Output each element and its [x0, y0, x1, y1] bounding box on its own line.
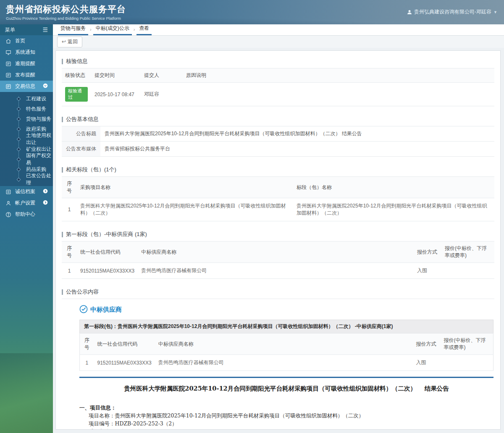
supplier-table: 序号 统一社会信用代码 中标供应商名称 报价方式 报价(中标价、下浮率或费率) … — [62, 241, 494, 279]
submenu-item-special-service[interactable]: 特色服务 — [0, 104, 53, 114]
supplier-row: 1 91520115MAE0X33XX3 贵州邑鸣浩医疗器械有限公司 入围 — [62, 263, 494, 279]
section-title-verify: 核验信息 — [62, 54, 494, 68]
doc-line: 项目名称：贵州医科大学附属医院2025年10-12月合同到期阳光平台耗材采购项目… — [79, 412, 494, 420]
app-header: 贵州省招标投标公共服务平台 GuiZhou Province Tendering… — [0, 0, 504, 24]
document-title: 贵州医科大学附属医院2025年10-12月合同到期阳光平台耗材采购项目（可吸收性… — [79, 385, 494, 393]
submenu-item-land-use[interactable]: 土地使用权出让 — [0, 134, 53, 144]
package-bar: 第一标段(包)：贵州医科大学附属医院2025年10-12月合同到期阳光平台耗材采… — [79, 320, 494, 333]
sidebar-item-label: 首页 — [15, 37, 25, 45]
submenu-item-state-property[interactable]: 国有产权交易 — [0, 154, 53, 164]
status-badge: 核验通过 — [65, 87, 88, 102]
sidebar-item-label: 帮助中心 — [15, 211, 35, 218]
chevron-down-circle-icon — [43, 83, 48, 89]
document-icon — [5, 72, 11, 78]
basic-row: 公告发布媒体 贵州省招标投标公共服务平台 — [62, 142, 494, 157]
back-icon: ↩ — [62, 39, 66, 45]
sidebar-item-system-notice[interactable]: 系统通知 — [0, 47, 53, 58]
sidebar-item-label: 交易信息 — [15, 83, 35, 90]
sidebar: 菜单 ☰ 首页 系统通知 逾期提醒 发布提醒 交易信息 工程建设 特色服务 货物… — [0, 24, 53, 433]
divider — [79, 377, 494, 378]
sidebar-item-label: 诚信档案 — [15, 188, 35, 195]
submitter: 邓廷容 — [141, 83, 183, 106]
submenu-item-goods-services[interactable]: 货物与服务 — [0, 114, 53, 124]
sidebar-item-label: 系统通知 — [15, 49, 35, 56]
sidebar-item-credit-archive[interactable]: 诚信档案 — [0, 186, 53, 197]
monitor-icon — [5, 49, 11, 55]
user-name: 贵州弘典建设咨询有限公司-邓廷容 — [414, 8, 491, 16]
question-circle-icon — [5, 211, 11, 218]
notice-content: 中标供应商 第一标段(包)：贵州医科大学附属医院2025年10-12月合同到期阳… — [62, 299, 494, 430]
notice-supplier-row: 1 91520115MAE0X33XX3 贵州邑鸣浩医疗器械有限公司 入围 — [80, 355, 494, 371]
back-button[interactable]: ↩ 返回 — [57, 37, 82, 47]
breadcrumb-view[interactable]: 查看 — [136, 23, 152, 35]
sidebar-item-label: 逾期提醒 — [15, 60, 35, 67]
doc-line: 项目编号：HDZB-2025-252-3（2） — [79, 420, 494, 428]
hamburger-icon[interactable]: ☰ — [42, 26, 48, 33]
app-subtitle: GuiZhou Province Tendering and Bidding P… — [6, 16, 126, 21]
person-icon — [5, 200, 11, 206]
submenu-item-engineering[interactable]: 工程建设 — [0, 94, 53, 104]
sidebar-item-label: 帐户设置 — [15, 199, 35, 207]
sidebar-item-help-center[interactable]: 帮助中心 — [0, 209, 53, 220]
list-icon — [5, 189, 11, 195]
reason — [183, 83, 494, 106]
packages-table: 序号 采购项目名称 标段（包）名称 1 贵州医科大学附属医院2025年10-12… — [62, 177, 494, 221]
basic-info-table: 公告标题 贵州医科大学附属医院2025年10-12月合同到期阳光平台耗材采购项目… — [62, 126, 494, 157]
sidebar-item-label: 发布提醒 — [15, 71, 35, 79]
section-title-packages: 相关标段（包）(1个) — [62, 163, 494, 177]
section-title-supplier: 第一标段（包）-中标供应商 (1家) — [62, 227, 494, 241]
notice-supplier-table: 序号 统一社会信用代码 中标供应商名称 报价方式 报价(中标价、下浮率或费率) … — [79, 333, 494, 371]
target-check-icon — [79, 305, 88, 315]
home-icon — [5, 38, 11, 44]
sidebar-menu-bar: 菜单 ☰ — [0, 24, 53, 35]
winner-heading: 中标供应商 — [79, 305, 494, 315]
sidebar-item-overdue-reminder[interactable]: 逾期提醒 — [0, 58, 53, 69]
chevron-down-icon: ▼ — [494, 10, 497, 14]
submit-time: 2025-10-17 08:47 — [91, 83, 141, 106]
sidebar-item-home[interactable]: 首页 — [0, 35, 53, 47]
toolbar: ↩ 返回 — [53, 36, 504, 48]
doc-line: 一、项目信息： — [79, 404, 494, 412]
brand: 贵州省招标投标公共服务平台 GuiZhou Province Tendering… — [6, 3, 126, 21]
breadcrumb: 货物与服务 › 中标(成交)公示 › 查看 — [53, 24, 504, 36]
announcement-document: 贵州医科大学附属医院2025年10-12月合同到期阳光平台耗材采购项目（可吸收性… — [79, 385, 494, 430]
section-title-notice: 公告公示内容 — [62, 285, 494, 299]
trade-info-submenu: 工程建设 特色服务 货物与服务 政府采购 土地使用权出让 矿业权出让 国有产权交… — [0, 92, 53, 186]
sidebar-item-account-settings[interactable]: 帐户设置 — [0, 197, 53, 209]
app-title: 贵州省招标投标公共服务平台 — [6, 3, 126, 15]
user-icon — [407, 10, 412, 15]
content-panel: 核验信息 核验状态 提交时间 提交人 原因说明 核验通过 2025-10-17 … — [55, 50, 501, 430]
breadcrumb-award-notice[interactable]: 中标(成交)公示 — [93, 23, 132, 35]
verify-row: 核验通过 2025-10-17 08:47 邓廷容 — [62, 83, 494, 106]
sidebar-item-publish-reminder[interactable]: 发布提醒 — [0, 69, 53, 81]
user-menu[interactable]: 贵州弘典建设咨询有限公司-邓廷容 ▼ — [407, 8, 497, 16]
chevron-right-circle-icon — [43, 189, 48, 195]
menu-label: 菜单 — [5, 26, 15, 34]
breadcrumb-goods-services[interactable]: 货物与服务 — [58, 23, 88, 35]
submenu-item-published-notices[interactable]: 已发公告处理 — [0, 174, 53, 184]
basic-row: 公告标题 贵州医科大学附属医院2025年10-12月合同到期阳光平台耗材采购项目… — [62, 126, 494, 142]
section-title-basic: 公告基本信息 — [62, 112, 494, 126]
chevron-separator-icon: › — [90, 27, 92, 35]
chevron-separator-icon: › — [134, 27, 135, 35]
folder-icon — [5, 83, 11, 89]
document-icon — [5, 60, 11, 67]
sidebar-item-trade-info[interactable]: 交易信息 — [0, 81, 53, 92]
doc-line: 采购方式：阳光平台议价 — [79, 428, 494, 430]
verify-table: 核验状态 提交时间 提交人 原因说明 核验通过 2025-10-17 08:47… — [62, 68, 494, 106]
chevron-right-circle-icon — [43, 200, 48, 206]
package-row: 1 贵州医科大学附属医院2025年10-12月合同到期阳光平台耗材采购项目（可吸… — [62, 198, 494, 221]
